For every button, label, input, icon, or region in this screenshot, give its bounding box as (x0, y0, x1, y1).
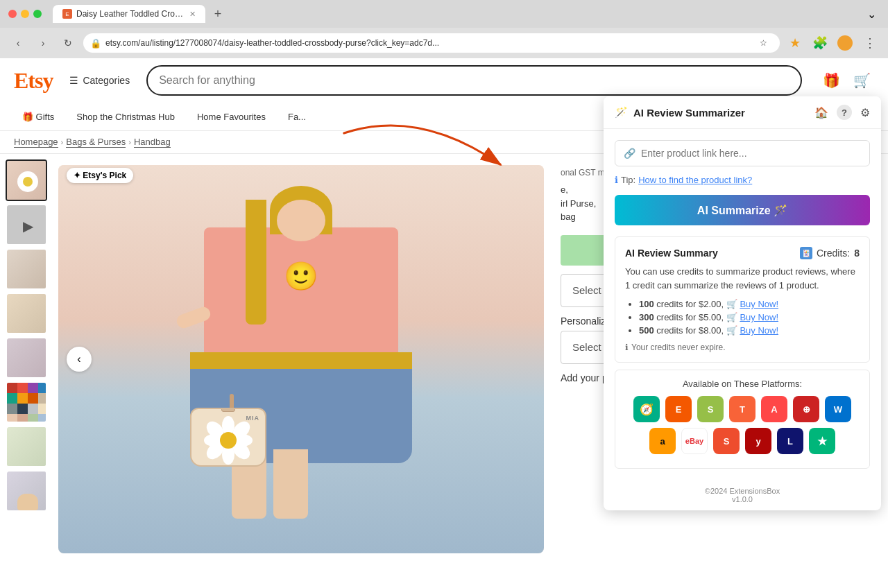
extension-header-icons: 🏠 ? ⚙ (814, 105, 870, 120)
categories-label: Categories (83, 75, 130, 86)
etsy-logo[interactable]: Etsy (14, 68, 53, 94)
extension-help-icon[interactable]: ? (837, 105, 852, 120)
platform-yelp[interactable]: y (745, 428, 771, 454)
platform-etsy[interactable]: E (665, 396, 692, 422)
address-bar[interactable]: 🔒 etsy.com/au/listing/1277008074/daisy-l… (83, 33, 780, 53)
extension-header: 🪄 AI Review Summarizer 🏠 ? ⚙ (604, 96, 881, 129)
credits-row: 🃏 Credits: 8 (800, 247, 860, 259)
buy-link-2[interactable]: Buy Now! (740, 312, 778, 322)
address-text: etsy.com/au/listing/1277008074/daisy-lea… (105, 38, 749, 48)
cart-icon[interactable]: 🛒 (849, 68, 874, 93)
summary-header: AI Review Summary 🃏 Credits: 8 (625, 247, 860, 259)
new-tab-button[interactable]: + (208, 4, 228, 24)
search-bar[interactable] (146, 65, 802, 96)
thumbnail-8[interactable] (6, 470, 47, 512)
main-product-image: 🙂 (58, 165, 544, 553)
credit-options-list: 100 credits for $2.00, 🛒 Buy Now! 300 cr… (625, 299, 860, 336)
never-expire-note: ℹ Your credits never expire. (625, 343, 860, 352)
platforms-section: Available on These Platforms: 🧭 E S T A … (615, 370, 870, 469)
wand-icon: 🪄 (615, 106, 628, 119)
prev-image-button[interactable]: ‹ (67, 347, 92, 372)
platform-shopify[interactable]: S (697, 396, 724, 422)
hamburger-icon: ☰ (69, 75, 78, 86)
nav-item-christmas[interactable]: Shop the Christmas Hub (68, 106, 183, 128)
browser-toolbar: ‹ › ↻ 🔒 etsy.com/au/listing/1277008074/d… (0, 28, 888, 58)
platforms-row-1: 🧭 E S T A ⊕ W (624, 396, 861, 422)
minimize-traffic-light[interactable] (21, 10, 29, 18)
credits-icon: 🃏 (800, 247, 812, 259)
tab-title: Daisy Leather Toddled Cross... (76, 9, 185, 19)
credit-option-1: 100 credits for $2.00, 🛒 Buy Now! (639, 299, 860, 309)
breadcrumb-bags[interactable]: Bags & Purses (66, 137, 126, 148)
browser-tabs: E Daisy Leather Toddled Cross... ✕ + (53, 4, 857, 24)
thumbnail-swatches[interactable] (6, 381, 47, 423)
nav-item-fa[interactable]: Fa... (280, 106, 314, 128)
tab-close-button[interactable]: ✕ (189, 10, 196, 19)
ai-summary-box: AI Review Summary 🃏 Credits: 8 You can u… (615, 236, 870, 363)
categories-button[interactable]: ☰ Categories (64, 71, 135, 90)
platform-walmart[interactable]: W (825, 396, 851, 422)
extension-footer: ©2024 ExtensionsBox v1.0.0 (604, 480, 881, 510)
platform-temu[interactable]: T (729, 396, 755, 422)
extension-settings-icon[interactable]: ⚙ (860, 106, 870, 119)
maximize-traffic-light[interactable] (33, 10, 42, 18)
footer-version: v1.0.0 (610, 495, 874, 503)
tip-row: ℹ Tip: How to find the product link? (615, 175, 870, 185)
browser-titlebar: E Daisy Leather Toddled Cross... ✕ + ⌄ (0, 0, 888, 28)
platform-amazon[interactable]: a (649, 428, 676, 454)
close-traffic-light[interactable] (8, 10, 17, 18)
active-tab[interactable]: E Daisy Leather Toddled Cross... ✕ (53, 5, 205, 23)
bookmark-button[interactable]: ☆ (753, 33, 773, 53)
profile-button[interactable] (835, 33, 855, 53)
thumbnail-1[interactable] (6, 159, 47, 201)
extensions-star-button[interactable]: ★ (785, 33, 805, 53)
link-icon: 🔗 (624, 148, 635, 159)
tab-expand-button[interactable]: ⌄ (863, 6, 880, 22)
extension-scroll-area[interactable]: 🪄 AI Review Summarizer 🏠 ? ⚙ 🔗 (604, 96, 881, 510)
thumbnail-3[interactable] (6, 248, 47, 290)
buy-link-1[interactable]: Buy Now! (740, 299, 778, 309)
browser-frame: E Daisy Leather Toddled Cross... ✕ + ⌄ ‹… (0, 0, 888, 588)
ai-summarize-button[interactable]: AI Summarize 🪄 (615, 195, 870, 225)
reload-button[interactable]: ↻ (58, 33, 78, 53)
thumbnail-7[interactable] (6, 426, 47, 467)
platforms-title: Available on These Platforms: (624, 379, 861, 389)
thumbnail-video[interactable]: ▶ (6, 204, 47, 245)
nav-item-home[interactable]: Home Favourites (189, 106, 274, 128)
credit-option-3: 500 credits for $8.00, 🛒 Buy Now! (639, 325, 860, 336)
platform-lazada[interactable]: L (777, 428, 803, 454)
ai-extension-panel: 🪄 AI Review Summarizer 🏠 ? ⚙ 🔗 (604, 96, 881, 510)
breadcrumb-sep-2: › (128, 138, 131, 146)
platform-target[interactable]: ⊕ (793, 396, 819, 422)
product-link-input-container[interactable]: 🔗 (615, 140, 870, 166)
page-content: Etsy ☰ Categories 🎁 🛒 🎁 Gifts Shop the C… (0, 58, 888, 588)
thumbnail-5[interactable] (6, 337, 47, 379)
etsy-pick-badge: ✦ Etsy's Pick (67, 168, 133, 183)
credits-value: 8 (854, 248, 860, 259)
platform-ebay[interactable]: eBay (681, 428, 708, 454)
platforms-row-2: a eBay S y L ★ (624, 428, 861, 454)
extension-title: 🪄 AI Review Summarizer (615, 106, 745, 119)
platform-trustpilot[interactable]: ★ (809, 428, 835, 454)
gift-icon[interactable]: 🎁 (819, 68, 844, 93)
back-button[interactable]: ‹ (8, 33, 28, 53)
buy-link-3[interactable]: Buy Now! (740, 325, 778, 336)
platform-tripadvisor[interactable]: 🧭 (633, 396, 660, 422)
extensions-button[interactable]: 🧩 (810, 33, 830, 53)
nav-item-gifts[interactable]: 🎁 Gifts (14, 106, 62, 128)
breadcrumb-handbags[interactable]: Handbag (134, 137, 171, 148)
info-icon-small: ℹ (625, 343, 629, 352)
platform-shopee[interactable]: S (713, 428, 740, 454)
browser-menu-button[interactable]: ⋮ (860, 33, 880, 53)
forward-button[interactable]: › (33, 33, 53, 53)
extension-home-icon[interactable]: 🏠 (814, 106, 828, 119)
thumbnail-4[interactable] (6, 293, 47, 334)
traffic-lights (8, 10, 42, 18)
breadcrumb-homepage[interactable]: Homepage (14, 137, 58, 148)
tip-link[interactable]: How to find the product link? (638, 175, 752, 185)
ai-btn-label: AI Summarize 🪄 (697, 204, 787, 217)
search-input[interactable] (159, 74, 789, 87)
extension-body: 🔗 ℹ Tip: How to find the product link? A… (604, 129, 881, 480)
platform-aliexpress[interactable]: A (761, 396, 787, 422)
product-link-input[interactable] (641, 148, 861, 159)
